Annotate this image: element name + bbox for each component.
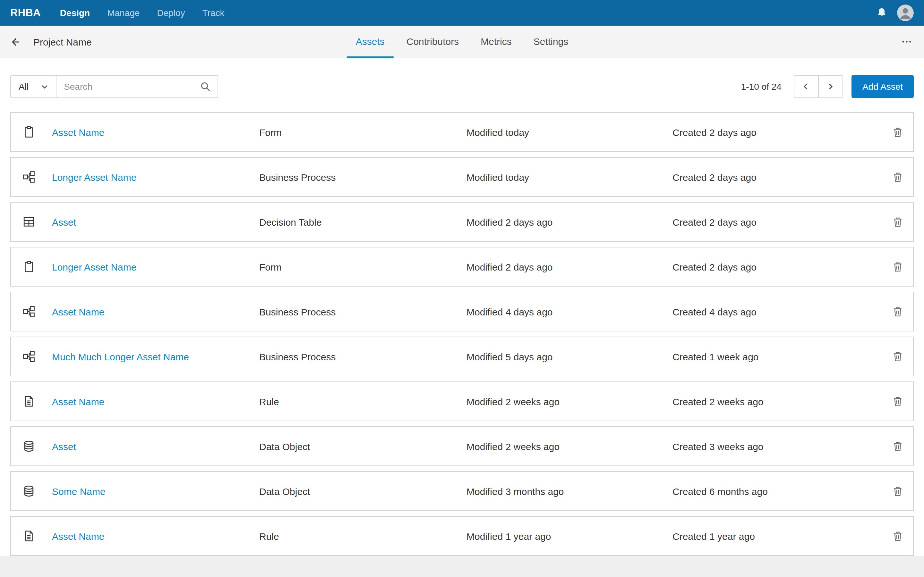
tab-assets[interactable]: Assets (347, 26, 394, 58)
asset-row: Some Name Data Object Modified 3 months … (10, 471, 914, 511)
asset-modified: Modified 2 days ago (467, 216, 672, 227)
project-header: Project Name AssetsContributorsMetricsSe… (0, 26, 924, 58)
asset-type: Data Object (259, 486, 467, 496)
tab-metrics[interactable]: Metrics (472, 26, 521, 58)
delete-asset-button[interactable] (890, 484, 905, 499)
trash-icon (892, 261, 903, 272)
user-avatar[interactable] (897, 5, 914, 21)
asset-type: Business Process (259, 306, 467, 317)
filter-group: All (10, 75, 218, 98)
business-process-icon (23, 171, 35, 183)
form-icon (23, 260, 35, 273)
trash-icon (892, 440, 903, 452)
filter-value: All (19, 81, 29, 92)
delete-asset-button[interactable] (890, 214, 905, 229)
next-page-button[interactable] (818, 75, 843, 98)
tab-contributors[interactable]: Contributors (397, 26, 468, 58)
asset-created: Created 6 months ago (672, 486, 882, 496)
delete-asset-button[interactable] (890, 169, 905, 185)
asset-name-link[interactable]: Asset Name (47, 396, 259, 407)
asset-created: Created 1 year ago (672, 530, 882, 542)
brand-logo[interactable]: RHBA (10, 7, 41, 19)
filter-dropdown[interactable]: All (10, 75, 56, 98)
back-arrow-icon[interactable] (10, 36, 21, 47)
toolbar-right: 1-10 of 24 Add Ass (741, 75, 914, 98)
asset-name-link[interactable]: Asset (47, 216, 259, 227)
trash-icon (892, 530, 903, 542)
trash-icon (892, 396, 903, 407)
nav-item-deploy[interactable]: Deploy (157, 8, 185, 18)
notifications-bell-icon[interactable] (876, 7, 887, 19)
asset-type: Decision Table (259, 216, 467, 227)
trash-icon (892, 485, 903, 497)
asset-modified: Modified 2 weeks ago (467, 396, 672, 407)
trash-icon (892, 126, 903, 138)
footer-space (0, 556, 924, 577)
data-object-icon (23, 440, 35, 453)
asset-name-link[interactable]: Asset Name (47, 127, 259, 137)
asset-modified: Modified 1 year ago (467, 530, 672, 542)
chevron-down-icon (41, 83, 48, 90)
asset-modified: Modified 5 days ago (467, 351, 672, 362)
asset-created: Created 1 week ago (672, 351, 882, 362)
masthead-right (876, 5, 914, 21)
search-input[interactable] (56, 81, 193, 92)
asset-name-link[interactable]: Much Much Longer Asset Name (47, 351, 259, 362)
asset-created: Created 2 weeks ago (672, 396, 882, 407)
asset-modified: Modified 3 months ago (467, 486, 672, 496)
app-root: RHBA DesignManageDeployTrack (0, 0, 924, 577)
asset-created: Created 2 days ago (672, 171, 882, 182)
nav-item-design[interactable]: Design (60, 8, 90, 18)
trash-icon (892, 306, 903, 318)
add-asset-button[interactable]: Add Asset (851, 75, 914, 98)
business-process-icon (23, 305, 35, 318)
nav-item-manage[interactable]: Manage (107, 8, 140, 18)
tab-bar: AssetsContributorsMetricsSettings (347, 26, 577, 58)
decision-table-icon (23, 215, 35, 228)
delete-asset-button[interactable] (890, 528, 905, 544)
pagination-controls (794, 75, 843, 98)
asset-modified: Modified today (467, 127, 672, 137)
asset-type: Business Process (259, 171, 467, 182)
asset-modified: Modified 4 days ago (467, 306, 672, 317)
asset-name-link[interactable]: Asset Name (47, 306, 259, 317)
asset-type: Rule (259, 396, 467, 407)
chevron-left-icon (803, 83, 810, 90)
asset-created: Created 2 days ago (672, 127, 882, 137)
asset-row: Asset Name Form Modified today Created 2… (10, 112, 914, 152)
asset-modified: Modified 2 days ago (467, 261, 672, 272)
pagination-range: 1-10 of 24 (741, 81, 782, 92)
search-icon[interactable] (193, 81, 217, 92)
asset-row: Asset Name Rule Modified 1 year ago Crea… (10, 516, 914, 556)
asset-name-link[interactable]: Longer Asset Name (47, 171, 259, 182)
asset-name-link[interactable]: Asset Name (47, 530, 259, 542)
delete-asset-button[interactable] (890, 124, 905, 140)
rule-icon (23, 530, 35, 542)
data-object-icon (23, 485, 35, 498)
delete-asset-button[interactable] (890, 304, 905, 319)
tab-settings[interactable]: Settings (525, 26, 577, 58)
delete-asset-button[interactable] (890, 349, 905, 364)
kebab-menu-icon[interactable] (900, 35, 914, 49)
asset-modified: Modified 2 weeks ago (467, 441, 672, 452)
asset-modified: Modified today (467, 171, 672, 182)
asset-name-link[interactable]: Asset (47, 441, 259, 452)
delete-asset-button[interactable] (890, 394, 905, 409)
toolbar: All 1-10 of 24 (0, 58, 924, 98)
project-title: Project Name (33, 36, 92, 47)
asset-row: Asset Name Rule Modified 2 weeks ago Cre… (10, 382, 914, 421)
asset-type: Data Object (259, 441, 467, 452)
asset-row: Asset Name Business Process Modified 4 d… (10, 292, 914, 332)
nav-item-track[interactable]: Track (202, 8, 225, 18)
delete-asset-button[interactable] (890, 438, 905, 454)
prev-page-button[interactable] (794, 75, 819, 98)
asset-row: Much Much Longer Asset Name Business Pro… (10, 337, 914, 376)
asset-row: Longer Asset Name Form Modified 2 days a… (10, 247, 914, 287)
asset-list: Asset Name Form Modified today Created 2… (10, 112, 914, 556)
rule-icon (23, 395, 35, 408)
delete-asset-button[interactable] (890, 259, 905, 274)
asset-created: Created 3 weeks ago (672, 441, 882, 452)
asset-name-link[interactable]: Some Name (47, 486, 259, 496)
asset-type: Form (259, 261, 467, 272)
asset-name-link[interactable]: Longer Asset Name (47, 261, 259, 272)
